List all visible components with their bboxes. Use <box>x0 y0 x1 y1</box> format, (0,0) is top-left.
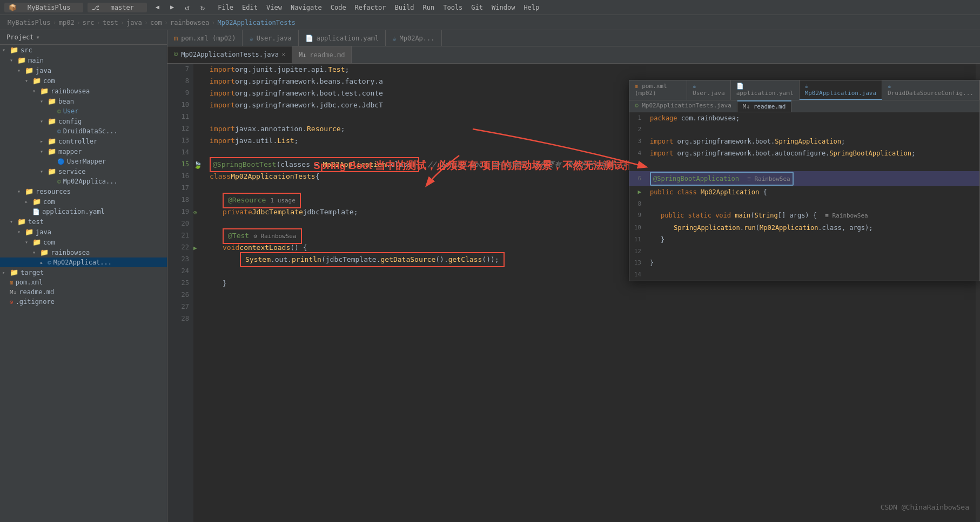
popup-tab-pom[interactable]: m pom.xml (mp02) <box>629 80 687 100</box>
nav-redo[interactable]: ↻ <box>200 3 205 12</box>
tab-pom[interactable]: m pom.xml (mp02) <box>167 30 243 46</box>
popup-line-14: 14 <box>629 269 979 281</box>
popup-line-3: 3 import org.springframework.boot.Spring… <box>629 135 979 147</box>
menu-build[interactable]: Build <box>394 4 414 11</box>
menu-help[interactable]: Help <box>523 4 539 11</box>
tree-item-mapper[interactable]: ▾ 📁 mapper <box>0 146 167 157</box>
tree-item-mp02app-main[interactable]: © Mp02Applica... <box>0 177 167 186</box>
code-line-27 <box>205 301 980 313</box>
popup-overlay: m pom.xml (mp02) ☕ User.java 📄 applicati… <box>629 80 980 281</box>
tab-user[interactable]: ☕ User.java <box>243 30 298 46</box>
breadcrumb-current: Mp02ApplicationTests <box>217 19 296 26</box>
tree-item-test[interactable]: ▾ 📁 test <box>0 216 167 227</box>
popup-filetab-readme[interactable]: M↓ readme.md <box>737 100 791 112</box>
popup-filetab-tests[interactable]: © Mp02ApplicationTests.java <box>629 100 737 112</box>
tree-item-target[interactable]: ▸ 📁 target <box>0 267 167 277</box>
breadcrumb-com[interactable]: com <box>150 19 162 26</box>
popup-line-13: 13 } <box>629 257 979 269</box>
tab-yaml[interactable]: 📄 application.yaml <box>299 30 386 46</box>
branch-name: master <box>110 4 133 11</box>
popup-line-8: 8 <box>629 199 979 210</box>
tree-item-com-main[interactable]: ▾ 📁 com <box>0 76 167 86</box>
breadcrumb-java[interactable]: java <box>126 19 142 26</box>
breadcrumb-mp02[interactable]: mp02 <box>59 19 75 26</box>
popup-code: 1 package com.rainbowsea; 2 3 import org… <box>629 112 979 281</box>
nav-forward[interactable]: ▶ <box>170 3 174 12</box>
popup-file-tabs: © Mp02ApplicationTests.java M↓ readme.md <box>629 100 979 112</box>
menu-window[interactable]: Window <box>492 4 515 11</box>
tree-item-com-res[interactable]: ▸ 📁 com <box>0 196 167 207</box>
tree-item-java-main[interactable]: ▾ 📁 java <box>0 65 167 76</box>
popup-tab-druid[interactable]: ☕ DruidDataSourceConfig... <box>882 80 979 100</box>
tree-item-resources[interactable]: ▾ 📁 resources <box>0 186 167 196</box>
project-name: MyBatisPlus <box>28 4 70 11</box>
tree-item-src[interactable]: ▾ 📁 src <box>0 45 167 55</box>
tree-item-rainbowsea-main[interactable]: ▾ 📁 rainbowsea <box>0 86 167 96</box>
nav-back[interactable]: ◀ <box>156 3 159 12</box>
project-badge[interactable]: 📦 MyBatisPlus <box>4 3 83 12</box>
breadcrumb: MyBatisPlus › mp02 › src › test › java ›… <box>0 15 980 30</box>
menu-edit[interactable]: Edit <box>242 4 258 11</box>
code-line-7: import org.junit.jupiter.api.Test; <box>205 64 980 76</box>
popup-line-1: 1 package com.rainbowsea; <box>629 112 979 124</box>
code-line-28 <box>205 313 980 325</box>
nav-arrows: ◀ ▶ ↺ ↻ <box>156 3 213 12</box>
tree-item-main[interactable]: ▾ 📁 main <box>0 55 167 65</box>
tab-mp02tests[interactable]: © Mp02ApplicationTests.java ✕ <box>167 46 292 63</box>
tree-item-app-yaml[interactable]: 📄 application.yaml <box>0 207 167 216</box>
tree-item-config[interactable]: ▾ 📁 config <box>0 116 167 126</box>
popup-line-9: 9 public static void main(String[] args)… <box>629 209 979 222</box>
tab-mp02app[interactable]: ☕ Mp02Ap... <box>386 30 441 46</box>
menu-file[interactable]: File <box>218 4 233 11</box>
popup-line-4: 4 import org.springframework.boot.autoco… <box>629 147 979 159</box>
tree-item-gitignore[interactable]: ⊙ .gitignore <box>0 297 167 307</box>
editor-tab-bar: © Mp02ApplicationTests.java ✕ M↓ readme.… <box>167 46 980 64</box>
breadcrumb-test[interactable]: test <box>103 19 118 26</box>
breadcrumb-mybatisplus[interactable]: MyBatisPlus <box>8 19 50 26</box>
tree-item-readme[interactable]: M↓ readme.md <box>0 287 167 297</box>
sidebar-title: Project <box>6 33 34 41</box>
file-tab-bar: m pom.xml (mp02) ☕ User.java 📄 applicati… <box>167 30 980 46</box>
menu-git[interactable]: Git <box>471 4 483 11</box>
menu-run[interactable]: Run <box>423 4 435 11</box>
project-icon: 📦 <box>9 4 17 11</box>
breadcrumb-src[interactable]: src <box>83 19 95 26</box>
tree-item-user[interactable]: © User <box>0 106 167 116</box>
gutter: 🍃 ⊙ ▶ <box>193 64 205 522</box>
popup-line-7: ▶ public class Mp02Application { <box>629 186 979 198</box>
popup-line-11: 11 } <box>629 234 979 246</box>
tree-item-controller[interactable]: ▸ 📁 controller <box>0 136 167 146</box>
menu-view[interactable]: View <box>266 4 282 11</box>
git-icon: ⎇ <box>92 4 99 11</box>
menu-tools[interactable]: Tools <box>443 4 462 11</box>
popup-line-6: 6 @SpringBootApplication ≡ RainbowSea <box>629 171 979 187</box>
breadcrumb-rainbowsea[interactable]: rainbowsea <box>170 19 209 26</box>
tree-item-service[interactable]: ▾ 📁 service <box>0 166 167 177</box>
tab-readme[interactable]: M↓ readme.md <box>292 46 352 63</box>
line-numbers: 7 8 9 10 11 12 13 14 15 16 17 18 19 20 2… <box>167 64 193 522</box>
popup-line-10: 10 SpringApplication.run(Mp02Application… <box>629 222 979 234</box>
popup-tab-mp02app[interactable]: ☕ Mp02Application.java <box>800 80 882 100</box>
tree-item-druid[interactable]: © DruidDataSc... <box>0 126 167 136</box>
code-container: 7 8 9 10 11 12 13 14 15 16 17 18 19 20 2… <box>167 64 980 522</box>
tree-item-mp02tests[interactable]: ▸ © Mp02Applicat... <box>0 257 167 267</box>
tree-item-rainbowsea-test[interactable]: ▾ 📁 rainbowsea <box>0 247 167 257</box>
tree-item-bean[interactable]: ▾ 📁 bean <box>0 96 167 106</box>
menu-refactor[interactable]: Refactor <box>355 4 386 11</box>
tree-item-pom[interactable]: m pom.xml <box>0 277 167 287</box>
branch-badge[interactable]: ⎇ master <box>88 3 146 12</box>
menu-code[interactable]: Code <box>331 4 346 11</box>
popup-tab-yaml[interactable]: 📄 application.yaml <box>731 80 800 100</box>
sidebar-header: Project ▾ <box>0 30 167 45</box>
nav-undo[interactable]: ↺ <box>185 3 189 12</box>
sidebar: Project ▾ ▾ 📁 src ▾ 📁 main ▾ 📁 java <box>0 30 167 522</box>
project-tree: ▾ 📁 src ▾ 📁 main ▾ 📁 java ▾ 📁 com <box>0 45 167 522</box>
popup-line-5: 5 <box>629 160 979 171</box>
popup-line-2: 2 <box>629 124 979 135</box>
tab-close-mp02tests[interactable]: ✕ <box>282 51 285 57</box>
tree-item-java-test[interactable]: ▾ 📁 java <box>0 227 167 237</box>
tree-item-com-test[interactable]: ▾ 📁 com <box>0 237 167 247</box>
menu-navigate[interactable]: Navigate <box>291 4 322 11</box>
tree-item-usermapper[interactable]: 🔵 UserMapper <box>0 157 167 166</box>
popup-tab-user[interactable]: ☕ User.java <box>687 80 731 100</box>
